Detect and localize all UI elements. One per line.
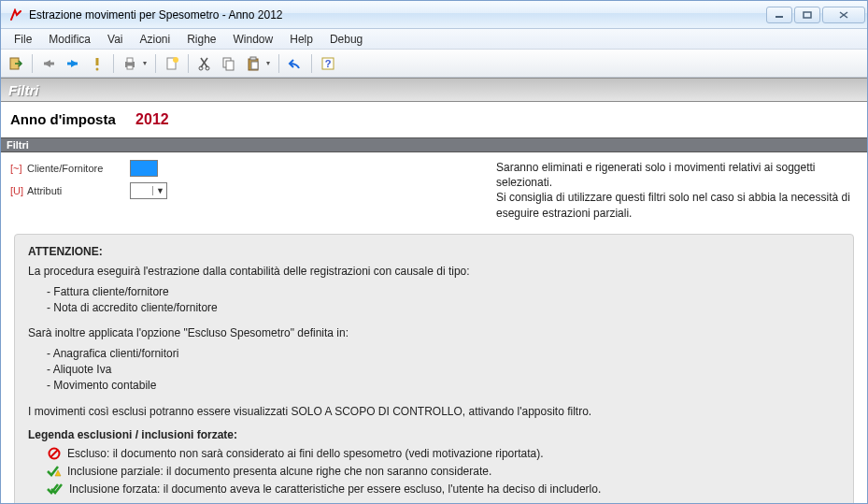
info-p2: Sarà inoltre applicata l'opzione "Esclus… bbox=[28, 325, 840, 341]
back-icon[interactable] bbox=[37, 52, 60, 75]
chevron-down-icon: ▼ bbox=[152, 186, 164, 195]
window-title: Estrazione movimenti per Spesometro - An… bbox=[29, 8, 766, 22]
titlebar: Estrazione movimenti per Spesometro - An… bbox=[1, 1, 867, 29]
info-p1: La procedura eseguirà l'estrazione dalla… bbox=[28, 264, 840, 280]
svg-rect-11 bbox=[127, 65, 133, 69]
app-icon bbox=[8, 7, 23, 22]
toolbar-separator bbox=[155, 54, 156, 73]
help-icon[interactable]: ? bbox=[317, 52, 339, 75]
toolbar-separator bbox=[188, 54, 189, 73]
toolbar: ▾ ▾ ? bbox=[1, 50, 867, 78]
menubar: File Modifica Vai Azioni Righe Window He… bbox=[1, 29, 867, 50]
check-double-icon bbox=[47, 482, 64, 497]
exit-icon[interactable] bbox=[5, 52, 27, 75]
app-window: Estrazione movimenti per Spesometro - An… bbox=[0, 0, 868, 504]
cliente-label: Cliente/Fornitore bbox=[27, 163, 130, 174]
legend: Legenda esclusioni / inclusioni forzate:… bbox=[28, 427, 840, 498]
section-banner: Filtri bbox=[1, 78, 867, 102]
info-list2: Anagrafica clienti/fornitori Aliquote Iv… bbox=[28, 346, 840, 395]
copy-icon[interactable] bbox=[218, 52, 240, 75]
cliente-input[interactable] bbox=[130, 160, 158, 177]
info-p3: I movimenti così esclusi potranno essere… bbox=[28, 404, 840, 420]
svg-rect-22 bbox=[251, 62, 258, 69]
legend-row-excluded: Escluso: il documento non sarà considera… bbox=[28, 446, 840, 462]
svg-rect-1 bbox=[804, 12, 811, 18]
year-value: 2012 bbox=[135, 111, 169, 127]
banner-title: Filtri bbox=[8, 82, 39, 98]
legend-text: Inclusione forzata: il documento aveva l… bbox=[69, 482, 601, 497]
legend-text: Inclusione parziale: il documento presen… bbox=[67, 464, 491, 480]
toolbar-separator bbox=[32, 54, 33, 73]
info-heading: ATTENZIONE: bbox=[28, 244, 840, 260]
menu-vai[interactable]: Vai bbox=[100, 31, 130, 48]
attributi-shortcut: [U] bbox=[10, 185, 27, 196]
menu-file[interactable]: File bbox=[7, 31, 39, 48]
filter-cliente-row: [~] Cliente/Fornitore bbox=[10, 160, 477, 177]
year-row: Anno d'imposta 2012 bbox=[1, 102, 867, 137]
list-item: Aliquote Iva bbox=[47, 362, 840, 378]
legend-text: Escluso: il documento non sarà considera… bbox=[67, 446, 544, 462]
svg-point-13 bbox=[173, 57, 178, 63]
legend-title: Legenda esclusioni / inclusioni forzate: bbox=[28, 427, 840, 443]
svg-text:?: ? bbox=[325, 58, 332, 69]
attributi-select[interactable]: ▼ bbox=[130, 182, 167, 199]
list-item: Nota di accredito cliente/fornitore bbox=[47, 300, 840, 316]
toolbar-separator bbox=[311, 54, 312, 73]
filter-attributi-row: [U] Attributi ▼ bbox=[10, 182, 477, 199]
forward-icon[interactable] bbox=[62, 52, 84, 75]
filters-body: [~] Cliente/Fornitore [U] Attributi ▼ Sa… bbox=[1, 152, 867, 228]
cut-icon[interactable] bbox=[193, 52, 216, 75]
svg-point-8 bbox=[96, 67, 99, 70]
year-label: Anno d'imposta bbox=[10, 111, 116, 127]
minimize-button[interactable] bbox=[766, 7, 792, 23]
filters-note: Saranno eliminati e rigenerati solo i mo… bbox=[496, 160, 858, 221]
cliente-shortcut: [~] bbox=[10, 163, 27, 174]
legend-row-partial: Inclusione parziale: il documento presen… bbox=[28, 464, 840, 480]
svg-rect-21 bbox=[250, 57, 256, 60]
paste-icon[interactable] bbox=[242, 52, 264, 75]
new-doc-icon[interactable] bbox=[161, 52, 183, 75]
paste-dropdown-icon[interactable]: ▾ bbox=[266, 59, 274, 67]
list-item: Movimento contabile bbox=[47, 378, 840, 394]
close-button[interactable] bbox=[822, 7, 865, 23]
toolbar-separator bbox=[113, 54, 114, 73]
info-list1: Fattura cliente/fornitore Nota di accred… bbox=[28, 284, 840, 317]
legend-row-forced: Inclusione forzata: il documento aveva l… bbox=[28, 482, 840, 497]
check-warn-icon bbox=[47, 464, 62, 479]
svg-line-26 bbox=[50, 450, 58, 457]
attributi-label: Attributi bbox=[27, 185, 130, 196]
list-item: Anagrafica clienti/fornitori bbox=[47, 346, 840, 362]
menu-righe[interactable]: Righe bbox=[179, 31, 223, 48]
window-controls bbox=[766, 7, 865, 23]
menu-azioni[interactable]: Azioni bbox=[132, 31, 178, 48]
menu-debug[interactable]: Debug bbox=[322, 31, 370, 48]
undo-icon[interactable] bbox=[284, 52, 306, 75]
svg-rect-19 bbox=[226, 61, 234, 70]
filters-left: [~] Cliente/Fornitore [U] Attributi ▼ bbox=[10, 160, 477, 205]
svg-rect-10 bbox=[127, 58, 133, 63]
content-area: Anno d'imposta 2012 Filtri [~] Cliente/F… bbox=[1, 102, 867, 503]
maximize-button[interactable] bbox=[794, 7, 820, 23]
print-icon[interactable] bbox=[119, 52, 141, 75]
list-item: Fattura cliente/fornitore bbox=[47, 284, 840, 300]
filters-subheader: Filtri bbox=[1, 137, 867, 152]
forbidden-icon bbox=[47, 446, 62, 461]
menu-help[interactable]: Help bbox=[282, 31, 320, 48]
print-dropdown-icon[interactable]: ▾ bbox=[143, 59, 150, 67]
exclaim-icon[interactable] bbox=[86, 52, 108, 75]
menu-window[interactable]: Window bbox=[226, 31, 281, 48]
info-box: ATTENZIONE: La procedura eseguirà l'estr… bbox=[14, 234, 854, 503]
menu-modifica[interactable]: Modifica bbox=[41, 31, 98, 48]
svg-marker-27 bbox=[55, 470, 61, 476]
toolbar-separator bbox=[278, 54, 279, 73]
